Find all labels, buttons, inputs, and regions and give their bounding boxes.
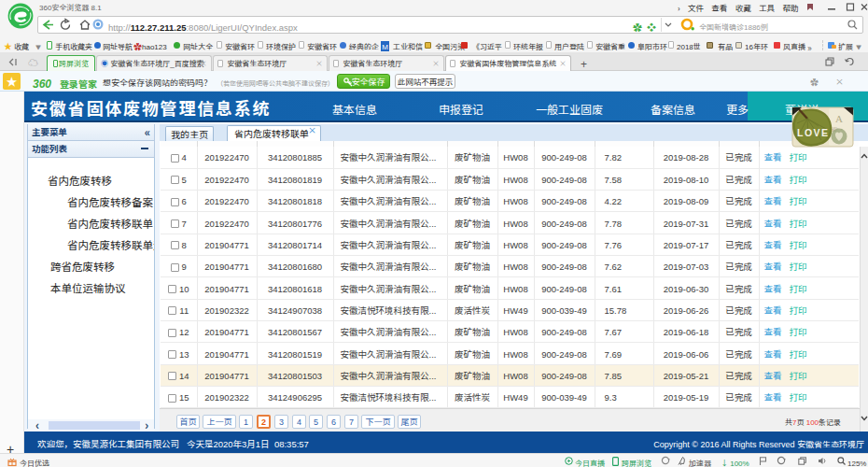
svg-text:A: A (835, 113, 843, 124)
svg-text:LOVE: LOVE (797, 127, 830, 138)
